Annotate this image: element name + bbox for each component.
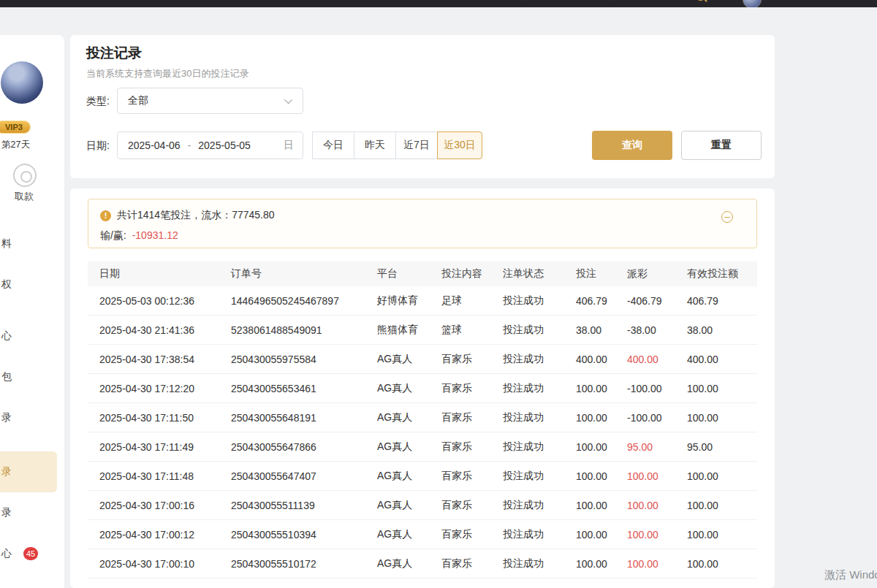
date-label: 日期: (86, 131, 110, 159)
cell-payout: -406.79 (615, 295, 675, 307)
cell-bet-amount: 100.00 (564, 529, 615, 541)
type-label: 类型: (86, 88, 110, 114)
quick-date-button[interactable]: 近30日 (437, 131, 482, 159)
user-avatar[interactable] (1, 61, 43, 104)
bet-records-table: 日期订单号平台投注内容注单状态投注派彩有效投注额 2025-05-03 00:1… (88, 261, 757, 579)
cell-order-number: 250430055511139 (219, 500, 365, 511)
activate-windows-watermark: 激活 Windows (824, 568, 877, 582)
table-header-cell: 注单状态 (491, 267, 564, 280)
table-row: 2025-04-30 21:41:36 5238061488549091 熊猫体… (88, 316, 757, 345)
info-icon: ! (100, 210, 111, 221)
page-subtitle: 当前系统支持查询最近30日的投注记录 (86, 67, 248, 80)
cell-payout: 100.00 (615, 558, 675, 570)
sidebar-item-label: 权 (1, 278, 12, 291)
membership-day-text: 第27天 (1, 139, 30, 151)
cell-date: 2025-04-30 17:11:50 (88, 412, 219, 424)
sidebar-menu-item[interactable]: 权 (0, 264, 57, 305)
cell-valid-bet: 100.00 (675, 529, 757, 541)
top-navbar: 存款转账取款 记录查询 (0, 0, 877, 7)
cell-bet-content: 百家乐 (430, 353, 491, 366)
topbar-highlight-link[interactable]: 记录查询 (634, 0, 675, 2)
topbar-nav-item[interactable]: 取款 (593, 0, 614, 2)
cell-bet-content: 百家乐 (430, 528, 491, 541)
cell-date: 2025-04-30 17:11:49 (88, 441, 219, 453)
cell-date: 2025-05-03 00:12:36 (88, 295, 219, 307)
table-row: 2025-04-30 17:11:49 250430055647866 AG真人… (88, 432, 757, 462)
winloss-label: 输/赢: (100, 229, 126, 241)
cell-payout: 95.00 (615, 441, 675, 453)
withdraw-label[interactable]: 取款 (15, 190, 34, 203)
summary-box: ! 共计1414笔投注，流水：77745.80 输/赢: -10931.12 (88, 199, 757, 248)
type-select[interactable]: 全部 (117, 88, 303, 114)
cell-status: 投注成功 (491, 294, 564, 308)
cell-bet-content: 百家乐 (430, 411, 491, 424)
cell-platform: AG真人 (365, 382, 430, 395)
quick-date-button[interactable]: 近7日 (395, 131, 438, 159)
sidebar-item-label: 录 (1, 465, 12, 478)
topbar-nav-item[interactable]: 存款 (512, 0, 532, 2)
date-start-value: 2025-04-06 (128, 140, 181, 151)
table-row: 2025-04-30 17:12:20 250430055653461 AG真人… (88, 374, 757, 403)
cell-date: 2025-04-30 17:00:10 (88, 558, 219, 570)
cell-order-number: 250430055975584 (219, 354, 365, 365)
sidebar-menu-item[interactable]: 录 (0, 492, 57, 533)
cell-status: 投注成功 (491, 353, 564, 366)
cell-platform: AG真人 (365, 557, 430, 570)
cell-valid-bet: 95.00 (675, 441, 757, 453)
cell-platform: 好博体育 (365, 294, 430, 308)
cell-bet-amount: 100.00 (564, 558, 615, 570)
cell-date: 2025-04-30 21:41:36 (88, 324, 219, 336)
topbar-nav-item[interactable]: 转账 (553, 0, 573, 2)
cell-bet-amount: 38.00 (564, 324, 615, 336)
table-row: 2025-04-30 17:11:50 250430055648191 AG真人… (88, 403, 757, 432)
quick-date-button[interactable]: 今日 (312, 131, 354, 159)
collapse-icon[interactable] (721, 211, 733, 223)
cell-order-number: 250430055510394 (219, 529, 365, 541)
winloss-value: -10931.12 (132, 229, 178, 241)
date-range-input[interactable]: 2025-04-06 - 2025-05-05 日 (117, 131, 303, 159)
quick-date-button[interactable]: 昨天 (354, 131, 396, 159)
sidebar-menu-item[interactable]: 心 45 (0, 533, 57, 574)
table-row: 2025-04-30 17:00:12 250430055510394 AG真人… (88, 520, 757, 549)
sidebar-menu-item[interactable]: 料 (0, 224, 57, 264)
cell-bet-content: 足球 (430, 294, 491, 308)
cell-valid-bet: 100.00 (675, 558, 757, 570)
cell-bet-amount: 100.00 (564, 383, 615, 394)
cell-bet-content: 百家乐 (430, 499, 491, 512)
sidebar-menu-item[interactable]: 包 (0, 356, 57, 397)
table-row: 2025-05-03 00:12:36 1446496505245467897 … (88, 286, 757, 316)
sidebar-menu: 料 权 心 包 录 录 (0, 224, 57, 574)
cell-bet-amount: 100.00 (564, 470, 615, 482)
sidebar-item-label: 录 (1, 411, 12, 424)
sidebar-menu-item[interactable]: 录 (0, 397, 57, 438)
query-button[interactable]: 查询 (592, 131, 672, 160)
withdraw-icon[interactable] (13, 164, 37, 187)
cell-bet-content: 百家乐 (430, 382, 491, 395)
topbar-avatar[interactable] (743, 0, 762, 7)
sidebar-menu-item[interactable]: 录 (0, 451, 57, 492)
sidebar-item-label: 录 (1, 506, 12, 519)
chevron-down-icon (284, 96, 292, 104)
search-icon[interactable] (696, 0, 705, 1)
cell-status: 投注成功 (491, 382, 564, 395)
cell-valid-bet: 100.00 (675, 500, 757, 511)
type-select-value: 全部 (128, 94, 148, 107)
cell-order-number: 250430055510172 (219, 558, 365, 570)
cell-payout: 100.00 (615, 529, 675, 541)
cell-order-number: 250430055647866 (219, 441, 365, 453)
cell-platform: AG真人 (365, 470, 430, 483)
notification-badge: 45 (23, 547, 38, 560)
cell-payout: 400.00 (615, 354, 675, 365)
cell-bet-content: 百家乐 (430, 440, 491, 454)
cell-platform: 熊猫体育 (365, 324, 430, 337)
table-row: 2025-04-30 17:11:48 250430055647407 AG真人… (88, 462, 757, 491)
cell-payout: 100.00 (615, 500, 675, 511)
sidebar-menu-item[interactable]: 心 (0, 316, 57, 356)
table-header-cell: 派彩 (615, 267, 675, 280)
cell-platform: AG真人 (365, 353, 430, 366)
sidebar-item-label: 料 (1, 237, 12, 251)
filters-card: 投注记录 当前系统支持查询最近30日的投注记录 类型: 全部 日期: 2025-… (70, 35, 775, 178)
cell-bet-content: 百家乐 (430, 557, 491, 570)
reset-button[interactable]: 重置 (681, 131, 762, 160)
calendar-icon: 日 (284, 139, 294, 152)
